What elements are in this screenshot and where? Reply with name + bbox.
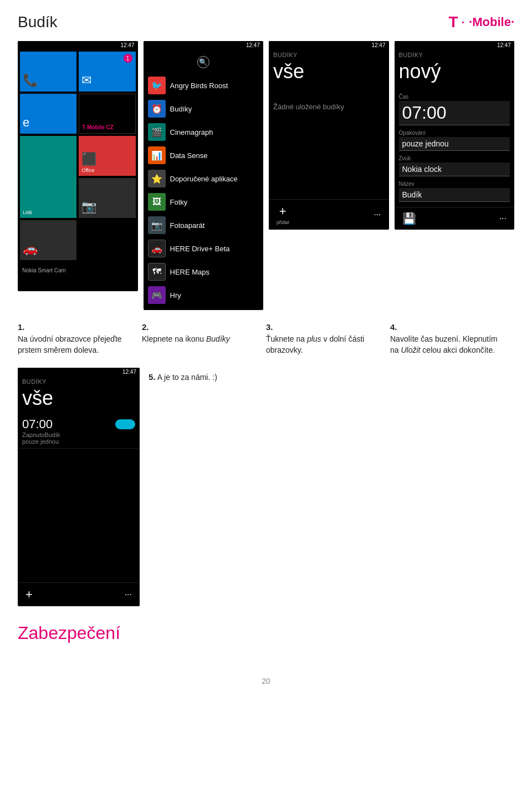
sound-field-value[interactable]: Nokia clock: [399, 163, 510, 176]
screen3-title: vše: [269, 59, 389, 86]
repeat-field-label: Opakování: [399, 130, 510, 136]
screen5-phone: 12:47 BUDÍKY vše 07:00 ZapnutoBudík pouz…: [18, 368, 140, 606]
instruction-1-number: 1.: [18, 322, 133, 332]
list-item: 🐦 Angry Birds Roost: [146, 74, 262, 97]
list-item: 🖼 Fotky: [146, 190, 262, 214]
hry-icon: 🎮: [148, 286, 166, 304]
save-alarm-button[interactable]: 💾: [402, 212, 416, 225]
angry-birds-icon: 🐦: [148, 77, 166, 94]
fotky-icon: 🖼: [148, 193, 166, 211]
instruction-2-text: Klepnete na ikonu Budíky: [142, 334, 257, 345]
screen1-tiles: 📞 1 ✉ e T-Mobile CZ Lidé ⬛ Office: [18, 49, 138, 262]
step5-description: 5. A je to za námi. :): [149, 368, 514, 383]
alarm-toggle[interactable]: [115, 419, 135, 429]
alarm-list-item: 07:00 ZapnutoBudík pouze jednou: [18, 413, 140, 449]
repeat-field-value[interactable]: pouze jednou: [399, 137, 510, 151]
instruction-2-number: 2.: [142, 322, 257, 332]
screen3-status-bar: 12:47: [269, 41, 389, 49]
app-name-data-sense: Data Sense: [170, 151, 208, 160]
instruction-4: 4. Navolíte čas buzení. Klepnutím na Ulo…: [390, 322, 514, 356]
screen2-phone: 12:47 🔍 🐦 Angry Birds Roost ⏰ Budíky 🎬 C…: [144, 41, 264, 310]
screen3-bottom-bar: + přidat ···: [269, 199, 389, 230]
office-icon: ⬛: [81, 152, 96, 166]
name-field-label: Název: [399, 181, 510, 187]
screen5-more-icon: ···: [125, 590, 132, 600]
screen5-row: 12:47 BUDÍKY vše 07:00 ZapnutoBudík pouz…: [18, 368, 514, 606]
instruction-4-text: Navolíte čas buzení. Klepnutím na Uložit…: [390, 334, 505, 356]
sound-field-label: Zvuk: [399, 155, 510, 161]
tmobile-dots: ·: [462, 16, 466, 29]
search-icon[interactable]: 🔍: [197, 56, 209, 68]
instruction-3-text: Ťuknete na plus v dolní části obrazovky.: [266, 334, 381, 356]
app-name-here-drive: HERE Drive+ Beta: [170, 245, 230, 253]
alarm-form: Čas 07:00 Opakování pouze jednou Zvuk No…: [395, 86, 515, 205]
save-icon: 💾: [402, 212, 416, 225]
wp-tile-camera: 📷: [79, 178, 135, 218]
instruction-1: 1. Na úvodní obrazovce přejeďte prstem s…: [18, 322, 142, 356]
section-heading-zabezpeceni: Zabezpečení: [18, 623, 514, 643]
screen2-search-row: 🔍: [144, 49, 264, 70]
lide-label: Lidé: [23, 210, 32, 215]
wp-tile-lide: Lidé: [20, 136, 76, 218]
car-icon: 🚗: [23, 242, 38, 256]
screen5-add-button[interactable]: +: [25, 587, 33, 602]
instruction-3-number: 3.: [266, 322, 381, 332]
app-name-fotky: Fotky: [170, 198, 188, 206]
screen4-more-icon: ···: [499, 214, 507, 224]
ie-icon: e: [23, 115, 29, 130]
screen5-status-bar: 12:47: [18, 368, 140, 376]
here-drive-icon: 🚗: [148, 240, 166, 257]
screen1-bottom: Nokia Smart Cam: [18, 262, 138, 291]
more-icon: ···: [374, 210, 381, 220]
screen3-section-label: BUDÍKY: [269, 49, 389, 59]
list-item: 🎮 Hry: [146, 283, 262, 307]
nokia-smart-cam-label: Nokia Smart Cam: [22, 267, 66, 273]
screen5-more-button[interactable]: ···: [125, 590, 132, 600]
more-options-button[interactable]: ···: [374, 210, 381, 220]
list-item: 🎬 Cinemagraph: [146, 120, 262, 144]
step5-number: 5.: [149, 372, 156, 382]
list-item: ⭐ Doporučené aplikace: [146, 167, 262, 190]
screen4-section-label: BUDÍKY: [395, 49, 515, 59]
screen5-title: vše: [18, 386, 140, 413]
time-field-value[interactable]: 07:00: [399, 101, 510, 125]
name-field-value[interactable]: Budík: [399, 188, 510, 202]
tmobile-name: ·Mobile·: [469, 15, 514, 29]
add-alarm-button[interactable]: + přidat: [277, 204, 289, 225]
tmobile-tile-label: T-Mobile CZ: [82, 124, 114, 130]
instruction-2: 2. Klepnete na ikonu Budíky: [142, 322, 266, 345]
screen4-more-button[interactable]: ···: [499, 214, 507, 224]
screen4-bottom-bar: 💾 ···: [395, 207, 515, 230]
data-sense-icon: 📊: [148, 146, 166, 164]
step5-text: A je to za námi. :): [157, 373, 217, 382]
screen5-section-label: BUDÍKY: [18, 376, 140, 386]
wp-tile-tmobile: T-Mobile CZ: [79, 94, 135, 134]
wp-tile-ie: e: [20, 94, 76, 134]
plus-icon: +: [279, 204, 287, 219]
screen3-status-time: 12:47: [371, 42, 385, 48]
fotoaparat-icon: 📷: [148, 216, 166, 234]
instruction-3: 3. Ťuknete na plus v dolní části obrazov…: [266, 322, 390, 356]
app-name-angry-birds: Angry Birds Roost: [170, 82, 228, 90]
screen2-status-time: 12:47: [246, 42, 260, 48]
screen5-wrap: 12:47 BUDÍKY vše 07:00 ZapnutoBudík pouz…: [18, 368, 140, 606]
screen1-phone: 12:47 📞 1 ✉ e T-Mobile CZ Lidé: [18, 41, 138, 291]
page-title: Budík: [18, 13, 58, 31]
screen1-status-time: 12:47: [120, 42, 134, 48]
list-item[interactable]: ⏰ Budíky: [146, 97, 262, 120]
instructions-row: 1. Na úvodní obrazovce přejeďte prstem s…: [18, 322, 514, 356]
add-label: přidat: [277, 220, 289, 225]
phone-icon: 📞: [23, 73, 38, 88]
screen4-status-bar: 12:47: [395, 41, 515, 49]
screen1-status-bar: 12:47: [18, 41, 138, 49]
here-maps-icon: 🗺: [148, 263, 166, 281]
wp-tile-phone: 📞: [20, 52, 76, 92]
instruction-4-number: 4.: [390, 322, 505, 332]
doporucene-icon: ⭐: [148, 170, 166, 187]
app-name-fotoaparat: Fotoaparát: [170, 221, 205, 230]
camera-icon: 📷: [81, 200, 96, 214]
page-number: 20: [18, 677, 514, 686]
screen5-status-time: 12:47: [122, 369, 136, 375]
wp-tile-car: 🚗: [20, 220, 76, 260]
screen3-phone: 12:47 BUDÍKY vše Žádné uložené budíky + …: [269, 41, 389, 230]
